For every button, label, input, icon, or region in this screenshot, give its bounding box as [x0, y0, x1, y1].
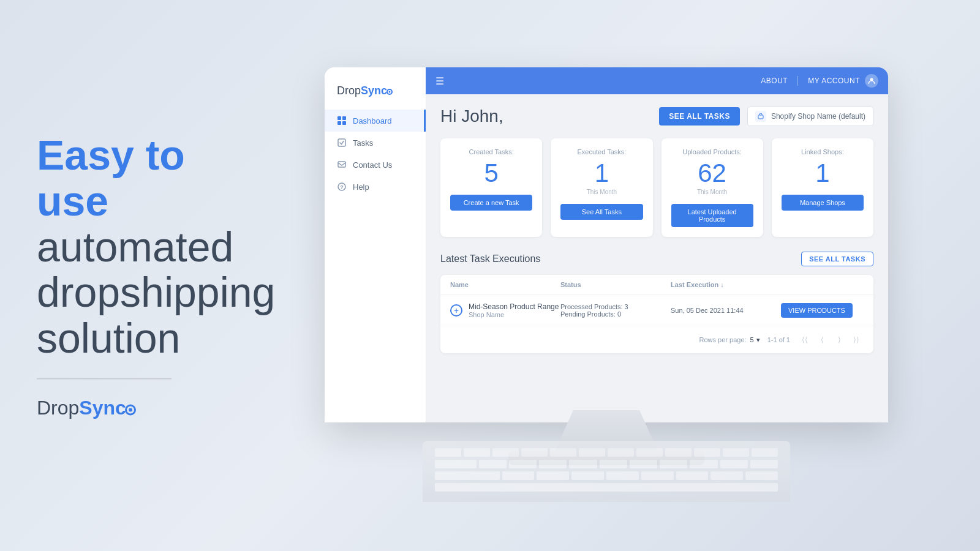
key — [464, 448, 490, 457]
main-body: Hi John, SEE ALL TASKS — [426, 94, 888, 422]
key — [745, 471, 778, 480]
col-status: Status — [560, 281, 671, 288]
task-name-cell: + Mid-Season Product Range Shop Name — [450, 302, 560, 318]
key — [723, 448, 749, 457]
shop-icon — [755, 111, 766, 122]
view-products-btn[interactable]: VIEW PRODUCTS — [781, 303, 853, 318]
topbar-user-icon — [865, 74, 878, 88]
topbar-about-link[interactable]: ABOUT — [761, 77, 788, 85]
key — [521, 448, 548, 457]
key — [606, 471, 639, 480]
sidebar-logo-o — [386, 89, 393, 95]
hero-line2: automated — [37, 223, 257, 269]
tasks-icon — [337, 138, 347, 148]
keyboard-row-1 — [435, 448, 778, 457]
svg-text:?: ? — [340, 184, 344, 190]
topbar-myaccount-label: MY ACCOUNT — [808, 77, 860, 85]
key — [608, 448, 634, 457]
see-all-outline-btn[interactable]: SEE ALL TASKS — [801, 252, 873, 266]
see-all-tasks-stat-btn[interactable]: See All Tasks — [560, 204, 643, 220]
stat-executed-sub: This Month — [560, 189, 643, 195]
key — [676, 471, 709, 480]
contact-icon — [337, 160, 347, 170]
dashboard-icon — [337, 116, 347, 126]
key — [509, 460, 537, 468]
shop-name-label: Shopify Shop Name (default) — [771, 112, 865, 121]
key — [435, 448, 461, 457]
task-expand-icon[interactable]: + — [450, 304, 462, 317]
sidebar-logo: DropSync — [325, 80, 426, 110]
key — [579, 448, 605, 457]
shop-selector[interactable]: Shopify Shop Name (default) — [747, 107, 873, 126]
key — [660, 460, 687, 468]
sidebar-item-contact[interactable]: Contact Us — [325, 154, 426, 176]
hero-logo-drop: Drop — [37, 396, 79, 418]
svg-rect-9 — [758, 115, 763, 119]
main-content: ☰ ABOUT MY ACCOUNT — [426, 67, 888, 422]
hamburger-icon[interactable]: ☰ — [435, 75, 444, 87]
help-icon: ? — [337, 182, 347, 192]
svg-rect-1 — [342, 116, 346, 120]
stat-uploaded-label: Uploaded Products: — [671, 148, 753, 156]
key — [752, 448, 778, 457]
key — [502, 471, 535, 480]
svg-rect-3 — [342, 121, 346, 125]
key — [492, 448, 519, 457]
key — [537, 471, 569, 480]
col-action — [781, 281, 864, 288]
executions-table: Name Status Last Execution ↓ + Mid-Seaso… — [440, 275, 873, 353]
key — [479, 460, 507, 468]
table-header: Name Status Last Execution ↓ — [440, 275, 873, 295]
keyboard-row-2 — [435, 460, 778, 468]
sidebar-logo-drop: Drop — [337, 84, 361, 97]
key — [694, 448, 720, 457]
latest-executions-header: Latest Task Executions SEE ALL TASKS — [440, 252, 873, 266]
key — [435, 460, 477, 468]
keyboard-rows — [423, 441, 790, 499]
see-all-tasks-button[interactable]: SEE ALL TASKS — [659, 107, 740, 126]
hero-section: Easy to use automated dropshipping solut… — [37, 132, 257, 419]
first-page-btn[interactable]: ⟨⟨ — [797, 332, 812, 347]
sidebar-item-help[interactable]: ? Help — [325, 176, 426, 198]
last-page-btn[interactable]: ⟩⟩ — [849, 332, 864, 347]
stat-uploaded-value: 62 — [671, 160, 753, 186]
sidebar-item-tasks[interactable]: Tasks — [325, 132, 426, 154]
sidebar-tasks-label: Tasks — [353, 138, 373, 148]
col-name: Name — [450, 281, 560, 288]
create-task-btn[interactable]: Create a new Task — [450, 195, 532, 211]
next-page-btn[interactable]: ⟩ — [832, 332, 846, 347]
header-right: SEE ALL TASKS Shopify Shop Name (defaul — [659, 107, 873, 126]
hero-logo: DropSync — [37, 396, 257, 419]
spacebar — [435, 483, 778, 492]
sidebar-help-label: Help — [353, 182, 369, 192]
svg-rect-0 — [337, 116, 341, 120]
status-line2: Pending Products: 0 — [560, 310, 671, 318]
key — [665, 448, 692, 457]
sidebar-item-dashboard[interactable]: Dashboard — [325, 110, 426, 132]
action-cell: VIEW PRODUCTS — [781, 303, 864, 318]
pagination-controls: ⟨⟨ ⟨ ⟩ ⟩⟩ — [797, 332, 864, 347]
stats-grid: Created Tasks: 5 Create a new Task Execu… — [440, 138, 873, 237]
rows-per-page-select[interactable]: 5 ▾ — [750, 336, 760, 344]
topbar-myaccount-btn[interactable]: MY ACCOUNT — [808, 74, 878, 88]
status-cell: Processed Products: 3 Pending Products: … — [560, 303, 671, 318]
monitor-screen: DropSync Da — [325, 67, 888, 422]
section-title: Latest Task Executions — [440, 253, 540, 264]
task-shop: Shop Name — [469, 311, 559, 318]
stat-executed-label: Executed Tasks: — [560, 148, 643, 156]
main-header: Hi John, SEE ALL TASKS — [440, 107, 873, 126]
svg-rect-4 — [338, 139, 345, 146]
sidebar-contact-label: Contact Us — [353, 160, 392, 170]
key — [569, 460, 597, 468]
prev-page-btn[interactable]: ⟨ — [815, 332, 829, 347]
sidebar-logo-sync: Sync — [361, 84, 387, 97]
keyboard-row-4 — [435, 483, 778, 492]
key — [750, 460, 778, 468]
sidebar: DropSync Da — [325, 67, 426, 422]
rows-per-page: Rows per page: 5 ▾ — [699, 336, 760, 344]
manage-shops-btn[interactable]: Manage Shops — [782, 195, 864, 211]
hero-logo-sync: Sync — [79, 396, 126, 418]
sidebar-dashboard-label: Dashboard — [353, 116, 392, 126]
rows-per-page-value: 5 — [750, 336, 754, 343]
latest-uploaded-btn[interactable]: Latest Uploaded Products — [671, 204, 753, 227]
